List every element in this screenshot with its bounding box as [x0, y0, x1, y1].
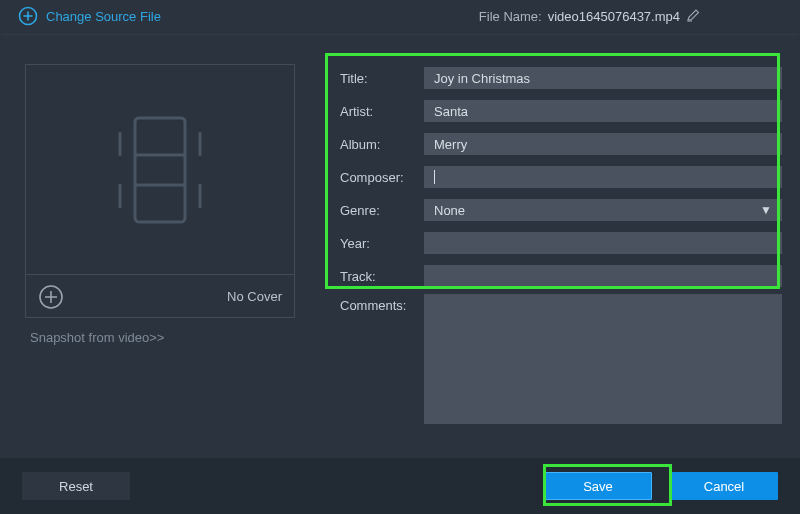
- cover-art-box: No Cover: [25, 64, 295, 318]
- cancel-button[interactable]: Cancel: [670, 472, 778, 500]
- svg-rect-4: [135, 118, 185, 222]
- edit-filename-icon[interactable]: [686, 7, 702, 26]
- album-label: Album:: [340, 137, 424, 152]
- no-cover-text: No Cover: [227, 289, 282, 304]
- year-label: Year:: [340, 236, 424, 251]
- genre-label: Genre:: [340, 203, 424, 218]
- change-source-file-button[interactable]: Change Source File: [18, 6, 161, 26]
- add-cover-button[interactable]: [38, 284, 64, 310]
- metadata-form: Title: Artist: Album: Composer: Genre: N…: [340, 62, 782, 425]
- genre-value: None: [434, 203, 465, 218]
- comments-label: Comments:: [340, 294, 424, 313]
- cover-preview[interactable]: [26, 65, 294, 275]
- reset-button[interactable]: Reset: [22, 472, 130, 500]
- album-input[interactable]: [424, 133, 782, 155]
- title-label: Title:: [340, 71, 424, 86]
- file-name-value: video1645076437.mp4: [548, 9, 680, 24]
- comments-input[interactable]: [424, 294, 782, 424]
- snapshot-from-video-link[interactable]: Snapshot from video>>: [30, 330, 164, 345]
- save-button[interactable]: Save: [544, 472, 652, 500]
- main-area: No Cover Snapshot from video>> Title: Ar…: [0, 40, 800, 458]
- composer-input[interactable]: [424, 166, 782, 188]
- genre-select[interactable]: None ▼: [424, 199, 782, 221]
- cover-footer: No Cover: [26, 275, 294, 318]
- top-bar: Change Source File File Name: video16450…: [0, 0, 800, 36]
- track-input[interactable]: [424, 265, 782, 287]
- chevron-down-icon: ▼: [760, 203, 772, 217]
- composer-label: Composer:: [340, 170, 424, 185]
- track-label: Track:: [340, 269, 424, 284]
- artist-label: Artist:: [340, 104, 424, 119]
- bottom-bar: Reset Save Cancel: [0, 458, 800, 514]
- divider: [2, 34, 798, 35]
- file-name-display: File Name: video1645076437.mp4: [479, 7, 702, 26]
- filmstrip-icon: [105, 110, 215, 230]
- change-source-file-label: Change Source File: [46, 9, 161, 24]
- artist-input[interactable]: [424, 100, 782, 122]
- text-cursor: [434, 170, 435, 184]
- title-input[interactable]: [424, 67, 782, 89]
- plus-circle-icon: [18, 6, 38, 26]
- file-name-label: File Name:: [479, 9, 542, 24]
- year-input[interactable]: [424, 232, 782, 254]
